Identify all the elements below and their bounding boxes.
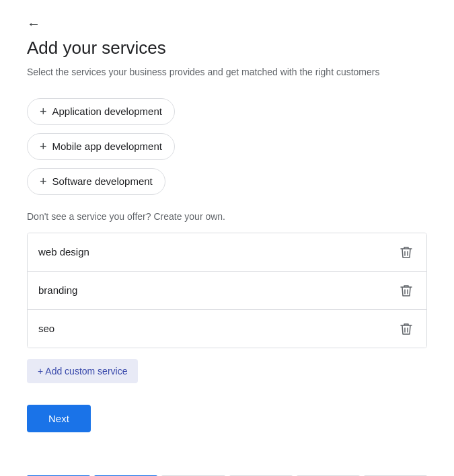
service-chip-label: Application development xyxy=(52,106,162,117)
plus-icon: + xyxy=(40,175,47,188)
service-chip[interactable]: +Application development xyxy=(27,98,175,125)
plus-icon: + xyxy=(40,106,47,118)
service-chip-label: Mobile app development xyxy=(52,141,162,152)
delete-button[interactable] xyxy=(397,243,416,262)
page-container: ← Add your services Select the services … xyxy=(0,0,454,476)
trash-icon xyxy=(400,284,413,297)
custom-service-label: web design xyxy=(38,246,89,257)
plus-icon: + xyxy=(40,141,47,153)
list-item: branding xyxy=(28,272,426,310)
back-button[interactable]: ← xyxy=(27,16,40,32)
delete-button[interactable] xyxy=(397,281,416,300)
delete-button[interactable] xyxy=(397,319,416,338)
service-chip[interactable]: +Mobile app development xyxy=(27,133,175,160)
list-item: seo xyxy=(28,310,426,348)
custom-service-label: seo xyxy=(38,323,54,334)
create-own-text: Don't see a service you offer? Create yo… xyxy=(27,211,427,222)
custom-service-label: branding xyxy=(38,284,77,296)
service-chips-list: +Application development+Mobile app deve… xyxy=(27,98,427,195)
page-subtitle: Select the services your business provid… xyxy=(27,65,427,79)
service-chip-label: Software development xyxy=(52,175,153,187)
list-item: web design xyxy=(28,233,426,272)
back-icon: ← xyxy=(27,16,40,32)
trash-icon xyxy=(400,322,413,335)
add-custom-service-button[interactable]: + Add custom service xyxy=(27,359,138,383)
next-button[interactable]: Next xyxy=(27,405,91,432)
trash-icon xyxy=(400,245,413,259)
page-title: Add your services xyxy=(27,37,427,60)
service-chip[interactable]: +Software development xyxy=(27,168,165,195)
custom-services-list: web design branding xyxy=(27,233,427,348)
